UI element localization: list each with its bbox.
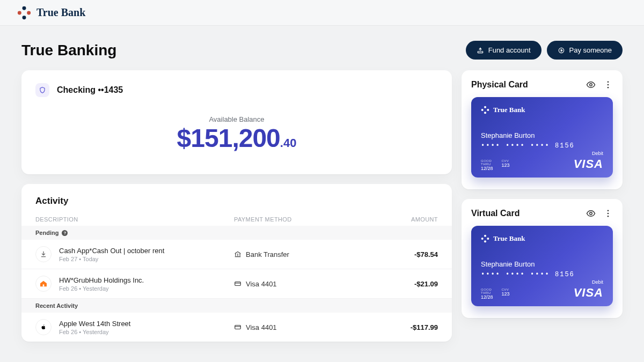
- svg-point-22: [484, 240, 486, 242]
- svg-point-12: [608, 87, 609, 88]
- svg-point-3: [27, 11, 31, 14]
- brand[interactable]: True Bank: [17, 6, 85, 20]
- cvv-value: 123: [502, 291, 510, 297]
- row-sub: Feb 27 • Today: [59, 256, 164, 262]
- card-number: •••• •••• •••• 8156: [481, 271, 575, 278]
- pay-someone-button[interactable]: Pay someone: [547, 41, 623, 60]
- svg-point-23: [481, 238, 484, 240]
- row-sub: Feb 26 • Yesterday: [59, 285, 144, 292]
- svg-point-18: [608, 210, 609, 211]
- grubhub-icon: [35, 276, 52, 292]
- row-method: Bank Transfer: [246, 250, 289, 258]
- svg-point-11: [608, 84, 609, 86]
- svg-point-9: [590, 84, 592, 86]
- svg-rect-8: [235, 326, 241, 329]
- balance-main: $151,200: [177, 124, 280, 152]
- balance-cents: .40: [280, 136, 297, 150]
- card-holder: Stephanie Burton: [481, 131, 535, 139]
- visa-logo: VISA: [574, 286, 603, 300]
- pay-someone-label: Pay someone: [569, 46, 612, 54]
- svg-point-24: [487, 238, 489, 240]
- eye-icon[interactable]: [586, 80, 596, 90]
- fund-account-label: Fund account: [488, 46, 531, 54]
- cash-out-icon: [35, 246, 52, 262]
- balance-label: Available Balance: [35, 115, 438, 123]
- row-title: HW*GrubHub Holdings Inc.: [59, 276, 144, 284]
- visa-logo: VISA: [574, 157, 603, 171]
- account-panel: Checking ••1435 Available Balance $151,2…: [21, 70, 452, 174]
- row-method: Visa 4401: [246, 280, 277, 288]
- svg-point-15: [481, 109, 484, 111]
- row-title: Apple West 14th Street: [59, 320, 130, 328]
- main-grid: Checking ••1435 Available Balance $151,2…: [0, 70, 644, 342]
- card-brand-logo-icon: [481, 234, 489, 243]
- fund-account-button[interactable]: Fund account: [466, 41, 541, 60]
- svg-point-17: [590, 212, 592, 215]
- good-thru-label: GOOD THRU: [481, 288, 493, 294]
- svg-point-1: [23, 16, 26, 19]
- more-icon[interactable]: [603, 209, 613, 218]
- cvv-label: CVV: [502, 288, 510, 291]
- svg-point-21: [484, 235, 486, 237]
- apple-icon: [35, 319, 52, 335]
- virtual-card-panel: Virtual Card True Bank Stephanie Burton …: [462, 199, 623, 318]
- card-icon: [234, 280, 241, 287]
- row-title: Cash App*Cash Out | october rent: [59, 247, 164, 255]
- virtual-card[interactable]: True Bank Stephanie Burton •••• •••• •••…: [471, 226, 613, 306]
- eye-icon[interactable]: [586, 209, 596, 218]
- svg-point-2: [18, 11, 21, 14]
- svg-rect-7: [235, 282, 241, 286]
- col-description: DESCRIPTION: [35, 216, 234, 223]
- row-method: Visa 4401: [246, 323, 277, 331]
- left-column: Checking ••1435 Available Balance $151,2…: [21, 70, 452, 342]
- svg-point-20: [608, 216, 609, 217]
- activity-row[interactable]: HW*GrubHub Holdings Inc. Feb 26 • Yester…: [21, 269, 452, 299]
- header-actions: Fund account Pay someone: [466, 41, 623, 60]
- physical-card-title: Physical Card: [471, 80, 528, 90]
- group-pending-label: Pending: [35, 230, 58, 236]
- cvv-value: 123: [502, 162, 510, 168]
- page-title: True Banking: [21, 42, 116, 59]
- balance-block: Available Balance $151,200.40: [35, 115, 438, 153]
- brand-name: True Bank: [36, 6, 85, 19]
- brand-logo-icon: [17, 6, 31, 20]
- right-column: Physical Card True Bank Stephanie Burton…: [462, 70, 623, 342]
- virtual-card-title: Virtual Card: [471, 209, 519, 218]
- good-thru-value: 12/28: [481, 294, 493, 300]
- activity-columns: DESCRIPTION PAYMENT METHOD AMOUNT: [21, 213, 452, 226]
- bank-icon: [234, 250, 241, 258]
- svg-point-10: [608, 81, 609, 83]
- more-icon[interactable]: [603, 80, 613, 90]
- activity-row[interactable]: Cash App*Cash Out | october rent Feb 27 …: [21, 240, 452, 269]
- card-holder: Stephanie Burton: [481, 260, 535, 268]
- physical-card-panel: Physical Card True Bank Stephanie Burton…: [462, 70, 623, 189]
- svg-rect-6: [43, 284, 45, 286]
- group-recent-label: Recent Activity: [35, 302, 78, 309]
- card-brand-logo-icon: [481, 106, 489, 114]
- svg-rect-4: [478, 51, 482, 53]
- card-brand-name: True Bank: [493, 234, 525, 243]
- row-amount: -$117.99: [352, 323, 438, 331]
- fund-icon: [477, 47, 484, 54]
- activity-row[interactable]: Apple West 14th Street Feb 26 • Yesterda…: [21, 313, 452, 342]
- physical-card[interactable]: True Bank Stephanie Burton •••• •••• •••…: [471, 97, 613, 178]
- card-number: •••• •••• •••• 8156: [481, 142, 575, 150]
- good-thru-value: 12/28: [481, 166, 493, 171]
- row-sub: Feb 26 • Yesterday: [59, 329, 130, 335]
- card-brand-name: True Bank: [493, 106, 525, 114]
- svg-point-13: [484, 106, 486, 108]
- svg-point-14: [484, 112, 486, 114]
- svg-point-0: [23, 6, 26, 10]
- shield-icon: [35, 83, 49, 97]
- card-type: Debit: [592, 151, 603, 156]
- pending-info-icon[interactable]: ?: [62, 230, 68, 236]
- card-icon: [234, 323, 241, 331]
- svg-point-19: [608, 213, 609, 215]
- cvv-label: CVV: [502, 159, 510, 162]
- svg-point-16: [487, 109, 489, 111]
- balance-value: $151,200.40: [35, 123, 438, 153]
- activity-panel: Activity DESCRIPTION PAYMENT METHOD AMOU…: [21, 184, 452, 342]
- activity-title: Activity: [21, 196, 452, 213]
- card-type: Debit: [592, 279, 603, 285]
- good-thru-label: GOOD THRU: [481, 159, 493, 166]
